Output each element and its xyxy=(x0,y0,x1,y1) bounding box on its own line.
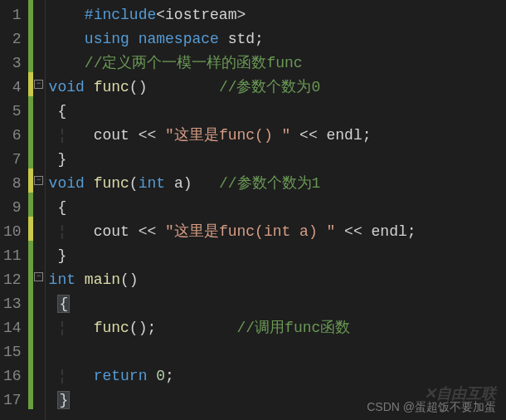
token-plain xyxy=(75,271,85,288)
token-kw: #include xyxy=(85,7,156,23)
line-number: 14 xyxy=(3,316,22,340)
fold-marker[interactable]: − xyxy=(33,168,45,193)
token-plain xyxy=(49,199,58,216)
fold-marker xyxy=(33,241,45,265)
token-comment: //参数个数为0 xyxy=(219,79,320,95)
code-area[interactable]: #include<iostream> using namespace std; … xyxy=(45,0,506,420)
fold-marker xyxy=(33,0,45,24)
code-line[interactable]: ¦ cout << "这里是func(int a) " << endl; xyxy=(46,220,506,244)
token-punct: } xyxy=(57,391,70,409)
token-punct: ) xyxy=(183,175,192,192)
fold-marker xyxy=(33,385,45,409)
token-plain xyxy=(49,295,58,312)
token-ident: func xyxy=(94,79,129,95)
token-op: << xyxy=(129,223,165,240)
token-punct: } xyxy=(57,247,66,264)
token-op: << xyxy=(129,127,165,144)
fold-collapse-icon[interactable]: − xyxy=(34,80,43,89)
token-punct: { xyxy=(57,103,66,120)
code-line[interactable]: int main() xyxy=(46,268,506,292)
token-plain xyxy=(49,320,58,336)
token-string: "这里是func(int a) " xyxy=(165,223,335,240)
fold-marker xyxy=(33,96,45,120)
line-number: 17 xyxy=(3,388,22,413)
fold-marker[interactable]: − xyxy=(33,265,45,289)
token-punct: ( xyxy=(129,175,139,192)
token-plain xyxy=(49,223,58,240)
token-guide: ¦ xyxy=(57,223,66,240)
token-plain xyxy=(66,223,93,240)
token-plain xyxy=(49,7,85,23)
token-angle-include: <iostream> xyxy=(156,7,246,23)
token-guide: ¦ xyxy=(57,320,66,336)
token-plain xyxy=(192,175,219,192)
fold-marker xyxy=(33,289,45,313)
token-type: int xyxy=(49,271,75,288)
token-plain: a xyxy=(165,175,183,192)
token-guide: ¦ xyxy=(57,368,66,384)
token-plain: cout xyxy=(94,127,129,144)
token-plain xyxy=(49,103,58,120)
token-plain xyxy=(66,368,93,384)
code-line[interactable] xyxy=(46,340,506,364)
line-number-gutter: 1234567891011121314151617 xyxy=(0,0,28,420)
fold-marker[interactable]: − xyxy=(33,72,45,96)
token-ident: func xyxy=(94,320,129,336)
token-plain xyxy=(49,31,85,47)
code-line[interactable]: #include<iostream> xyxy=(46,3,506,27)
token-kw: return xyxy=(94,368,148,384)
token-type: void xyxy=(49,175,85,192)
fold-marker xyxy=(33,337,45,361)
token-op: << xyxy=(290,127,326,144)
code-line[interactable]: { xyxy=(46,292,506,316)
line-number: 15 xyxy=(3,340,22,364)
code-line[interactable]: void func(int a) //参数个数为1 xyxy=(46,172,506,196)
fold-marker xyxy=(33,217,45,241)
line-number: 6 xyxy=(3,124,22,148)
code-line[interactable]: ¦ func(); //调用func函数 xyxy=(46,316,506,340)
token-punct: ; xyxy=(407,223,416,240)
line-number: 1 xyxy=(3,3,22,27)
token-plain xyxy=(49,127,58,144)
token-comment: //定义两个一模一样的函数func xyxy=(85,55,303,71)
token-punct: ; xyxy=(255,31,264,47)
token-plain xyxy=(147,79,218,95)
token-string: "这里是func() " xyxy=(165,127,290,144)
token-ident: func xyxy=(94,175,129,192)
token-plain: endl xyxy=(372,223,407,240)
token-plain: endl xyxy=(327,127,362,144)
token-plain xyxy=(49,368,58,384)
token-plain xyxy=(156,320,236,336)
token-plain xyxy=(49,392,58,408)
token-plain: cout xyxy=(94,223,129,240)
line-number: 4 xyxy=(3,76,22,100)
code-line[interactable]: using namespace std; xyxy=(46,27,506,51)
token-guide: ¦ xyxy=(57,127,66,144)
token-kw: using xyxy=(85,31,129,47)
token-plain xyxy=(129,31,139,47)
code-line[interactable]: void func() //参数个数为0 xyxy=(46,76,506,100)
code-line[interactable]: { xyxy=(46,100,506,124)
code-line[interactable]: ¦ cout << "这里是func() " << endl; xyxy=(46,124,506,148)
fold-marker xyxy=(33,313,45,337)
fold-collapse-icon[interactable]: − xyxy=(34,272,43,281)
line-number: 11 xyxy=(3,244,22,268)
token-plain xyxy=(49,55,85,71)
line-number: 16 xyxy=(3,364,22,388)
code-line[interactable]: } xyxy=(46,148,506,172)
fold-gutter[interactable]: −−− xyxy=(33,0,45,420)
line-number: 10 xyxy=(3,220,22,244)
token-plain: std xyxy=(228,31,255,47)
token-punct: { xyxy=(57,295,70,313)
token-plain xyxy=(49,247,58,264)
token-plain xyxy=(147,368,156,384)
line-number: 5 xyxy=(3,100,22,124)
code-line[interactable]: { xyxy=(46,196,506,220)
token-number: 0 xyxy=(156,368,165,384)
token-plain xyxy=(219,31,228,47)
token-type: void xyxy=(49,79,85,95)
code-line[interactable]: //定义两个一模一样的函数func xyxy=(46,51,506,76)
fold-marker xyxy=(33,361,45,385)
fold-collapse-icon[interactable]: − xyxy=(34,176,43,185)
code-line[interactable]: } xyxy=(46,244,506,268)
